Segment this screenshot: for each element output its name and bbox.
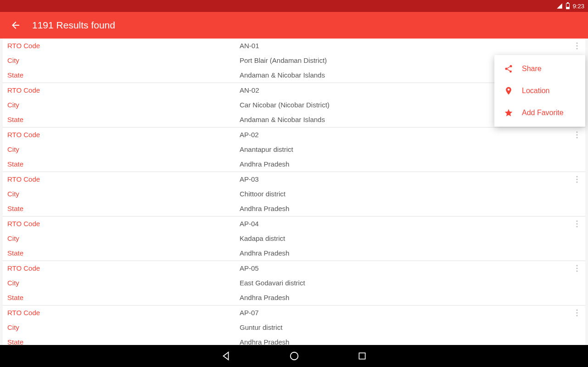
svg-point-20 bbox=[576, 270, 577, 272]
result-row-state: StateAndhra Pradesh bbox=[3, 246, 585, 261]
svg-rect-2 bbox=[566, 4, 569, 7]
status-time: 9:23 bbox=[573, 3, 584, 10]
more-options-icon[interactable] bbox=[571, 40, 582, 51]
svg-rect-1 bbox=[567, 2, 569, 3]
svg-point-10 bbox=[576, 134, 577, 135]
svg-point-14 bbox=[576, 181, 577, 183]
menu-location-label: Location bbox=[522, 87, 550, 95]
result-row-city: CityChittoor district bbox=[3, 187, 585, 201]
svg-point-22 bbox=[576, 312, 577, 313]
city-value: Kadapa district bbox=[240, 233, 581, 244]
city-value: Chittoor district bbox=[240, 189, 581, 200]
city-value: Guntur district bbox=[240, 322, 581, 333]
result-row-city: CityGuntur district bbox=[3, 320, 585, 335]
state-value: Andhra Pradesh bbox=[240, 203, 581, 214]
state-value: Andhra Pradesh bbox=[240, 337, 581, 345]
menu-share[interactable]: Share bbox=[494, 58, 585, 80]
result-row-state: StateAndhra Pradesh bbox=[3, 335, 585, 345]
city-label: City bbox=[7, 55, 240, 66]
status-bar: 9:23 bbox=[0, 0, 588, 12]
svg-point-13 bbox=[576, 178, 577, 180]
city-label: City bbox=[7, 278, 240, 289]
result-row-state: StateAndhra Pradesh bbox=[3, 290, 585, 305]
result-row-rto: RTO CodeAP-03 bbox=[3, 172, 585, 187]
city-label: City bbox=[7, 100, 240, 111]
rto-label: RTO Code bbox=[7, 129, 240, 140]
menu-favorite[interactable]: Add Favorite bbox=[494, 102, 585, 124]
screen: 9:23 1191 Results found RTO CodeAN-01Cit… bbox=[0, 0, 588, 367]
svg-point-23 bbox=[576, 315, 577, 316]
result-row-rto: RTO CodeAN-01 bbox=[3, 39, 585, 53]
svg-point-3 bbox=[576, 42, 577, 44]
state-value: Andhra Pradesh bbox=[240, 248, 581, 259]
app-bar: 1191 Results found bbox=[0, 12, 588, 39]
svg-point-5 bbox=[576, 48, 577, 49]
rto-label: RTO Code bbox=[7, 174, 240, 185]
result-card[interactable]: RTO CodeAP-05CityEast Godavari districtS… bbox=[3, 261, 585, 306]
more-options-icon[interactable] bbox=[571, 307, 582, 318]
city-label: City bbox=[7, 322, 240, 333]
svg-rect-28 bbox=[359, 353, 365, 359]
city-label: City bbox=[7, 233, 240, 244]
rto-value: AP-07 bbox=[240, 307, 581, 318]
rto-value: AP-02 bbox=[240, 129, 581, 140]
svg-point-17 bbox=[576, 226, 577, 227]
page-title: 1191 Results found bbox=[32, 20, 115, 31]
more-options-icon[interactable] bbox=[571, 263, 582, 274]
state-label: State bbox=[7, 203, 240, 214]
svg-point-18 bbox=[576, 265, 577, 266]
back-button[interactable] bbox=[9, 19, 22, 32]
state-label: State bbox=[7, 70, 240, 81]
rto-label: RTO Code bbox=[7, 307, 240, 318]
svg-point-11 bbox=[576, 137, 577, 138]
rto-value: AN-01 bbox=[240, 40, 581, 51]
state-value: Andhra Pradesh bbox=[240, 159, 581, 170]
state-value: Andhra Pradesh bbox=[240, 292, 581, 303]
state-label: State bbox=[7, 292, 240, 303]
share-icon bbox=[503, 63, 515, 75]
rto-label: RTO Code bbox=[7, 85, 240, 96]
rto-label: RTO Code bbox=[7, 263, 240, 274]
svg-point-16 bbox=[576, 223, 577, 224]
city-value: East Godavari district bbox=[240, 278, 581, 289]
svg-point-21 bbox=[576, 309, 577, 311]
result-row-state: StateAndhra Pradesh bbox=[3, 157, 585, 172]
svg-point-19 bbox=[576, 267, 577, 269]
state-label: State bbox=[7, 114, 240, 125]
svg-point-9 bbox=[576, 131, 577, 133]
nav-home-button[interactable] bbox=[288, 350, 301, 362]
result-card[interactable]: RTO CodeAP-02CityAnantapur districtState… bbox=[3, 128, 585, 172]
city-value: Anantapur district bbox=[240, 144, 581, 155]
more-options-icon[interactable] bbox=[571, 218, 582, 229]
star-icon bbox=[503, 107, 515, 119]
signal-icon bbox=[556, 3, 563, 9]
svg-point-15 bbox=[576, 220, 577, 222]
state-label: State bbox=[7, 248, 240, 259]
more-options-icon[interactable] bbox=[571, 129, 582, 140]
state-label: State bbox=[7, 159, 240, 170]
menu-favorite-label: Add Favorite bbox=[522, 109, 564, 117]
result-card[interactable]: RTO CodeAP-07CityGuntur districtStateAnd… bbox=[3, 306, 585, 345]
result-row-city: CityEast Godavari district bbox=[3, 276, 585, 290]
nav-back-button[interactable] bbox=[220, 350, 233, 362]
menu-location[interactable]: Location bbox=[494, 80, 585, 102]
result-card[interactable]: RTO CodeAP-03CityChittoor districtStateA… bbox=[3, 172, 585, 217]
more-options-icon[interactable] bbox=[571, 174, 582, 185]
location-icon bbox=[503, 85, 515, 97]
nav-recent-button[interactable] bbox=[356, 350, 369, 362]
result-row-city: CityAnantapur district bbox=[3, 142, 585, 157]
rto-value: AP-04 bbox=[240, 218, 581, 229]
rto-value: AP-03 bbox=[240, 174, 581, 185]
rto-label: RTO Code bbox=[7, 218, 240, 229]
result-row-rto: RTO CodeAP-05 bbox=[3, 261, 585, 276]
context-menu: Share Location Add Favorite bbox=[494, 55, 585, 127]
svg-point-27 bbox=[290, 352, 298, 360]
svg-point-12 bbox=[576, 176, 577, 177]
nav-bar bbox=[0, 345, 588, 367]
state-label: State bbox=[7, 337, 240, 345]
svg-point-4 bbox=[576, 45, 577, 46]
result-row-rto: RTO CodeAP-04 bbox=[3, 217, 585, 231]
result-card[interactable]: RTO CodeAP-04CityKadapa districtStateAnd… bbox=[3, 217, 585, 261]
rto-label: RTO Code bbox=[7, 40, 240, 51]
result-row-rto: RTO CodeAP-02 bbox=[3, 128, 585, 142]
